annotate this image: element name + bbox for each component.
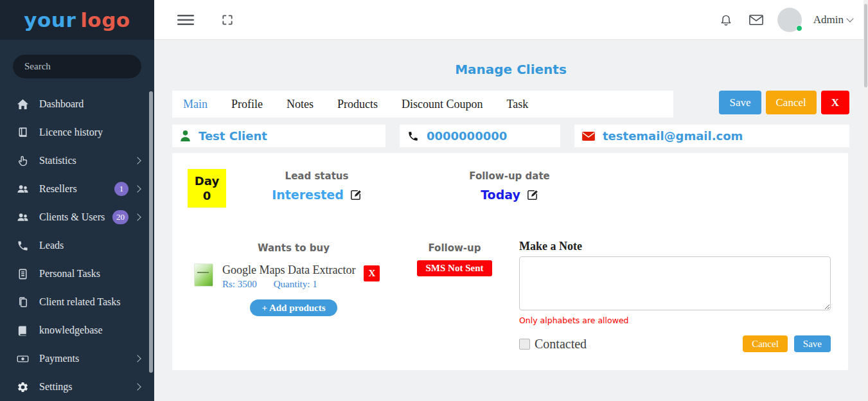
app-root: your logo Dashboard Licence history: [0, 0, 868, 401]
phone-icon: [15, 238, 30, 253]
logo-your: your: [24, 8, 76, 31]
product-row: Google Maps Data Extractor Rs: 3500 Quan…: [188, 263, 400, 290]
tab-task[interactable]: Task: [507, 98, 529, 111]
client-email: testemail@gmail.com: [603, 129, 743, 143]
wants-to-buy-section: Wants to buy Google Maps Data Extractor …: [188, 242, 400, 316]
chevron-down-icon: [846, 15, 853, 22]
product-name: Google Maps Data Extractor: [222, 263, 355, 277]
sidebar-item-statistics[interactable]: Statistics: [0, 147, 154, 175]
product-quantity: Quantity: 1: [274, 279, 317, 290]
lead-status-label: Lead status: [230, 170, 403, 182]
sidebar-item-label: Clients & Users: [39, 211, 105, 223]
users-icon: [15, 182, 30, 196]
person-icon: [180, 130, 191, 142]
make-a-note-section: Make a Note Only alphabets are allowed C…: [519, 240, 831, 352]
client-phone-box: 0000000000: [400, 125, 560, 147]
hand-pointer-icon: [15, 154, 30, 168]
wants-to-buy-label: Wants to buy: [188, 242, 400, 254]
contacted-checkbox-group: Contacted: [519, 337, 587, 352]
email-envelope-icon: [582, 132, 595, 141]
note-title: Make a Note: [519, 240, 831, 253]
online-status-dot: [796, 25, 802, 31]
note-save-button[interactable]: Save: [794, 335, 831, 352]
sidebar-item-payments[interactable]: Payments: [0, 344, 154, 373]
sidebar-item-label: Settings: [39, 381, 73, 393]
notifications-bell-icon[interactable]: [717, 10, 735, 30]
tab-notes[interactable]: Notes: [287, 98, 314, 111]
top-actions: Save Cancel X: [719, 91, 849, 114]
chevron-right-icon: [134, 355, 141, 362]
book-icon: [15, 125, 30, 139]
chevron-right-icon: [134, 185, 141, 192]
document-icon: [15, 267, 30, 281]
sidebar-item-dashboard[interactable]: Dashboard: [0, 90, 154, 118]
sidebar-item-settings[interactable]: Settings: [0, 373, 154, 401]
edit-lead-status-icon[interactable]: [350, 189, 362, 201]
note-cancel-button[interactable]: Cancel: [743, 335, 788, 352]
sidebar-scrollbar[interactable]: [149, 91, 153, 373]
phone-icon: [407, 130, 419, 142]
page-scrollbar-thumb[interactable]: [864, 4, 867, 87]
note-validation-hint: Only alphabets are allowed: [519, 316, 831, 325]
admin-dropdown[interactable]: Admin: [813, 13, 853, 26]
sidebar-item-licence-history[interactable]: Licence history: [0, 118, 154, 147]
sidebar-item-leads[interactable]: Leads: [0, 231, 154, 260]
page-title: Manage Clients: [172, 62, 849, 77]
chevron-right-icon: [134, 383, 141, 390]
page-scrollbar[interactable]: [864, 0, 868, 401]
followup-label: Follow-up: [405, 242, 504, 254]
search-input[interactable]: [13, 55, 141, 78]
sidebar-search: [0, 40, 154, 85]
fullscreen-icon[interactable]: [218, 11, 236, 29]
sidebar-item-knowledgebase[interactable]: knowledgebase: [0, 316, 154, 344]
tab-profile[interactable]: Profile: [231, 98, 263, 111]
client-info-row: Test Client 0000000000 testemail@gmail.c…: [172, 125, 849, 147]
close-button[interactable]: X: [821, 91, 849, 114]
edit-followup-date-icon[interactable]: [526, 189, 538, 201]
toolbar-row: Main Profile Notes Products Discount Cou…: [172, 91, 849, 118]
chevron-right-icon: [134, 157, 141, 164]
sidebar-item-resellers[interactable]: Resellers 1: [0, 175, 154, 203]
avatar[interactable]: [777, 8, 802, 32]
sidebar-item-label: Dashboard: [39, 98, 84, 110]
remove-product-button[interactable]: X: [364, 265, 380, 281]
sidebar-item-label: Client related Tasks: [39, 296, 121, 308]
save-button[interactable]: Save: [719, 91, 761, 114]
money-icon: [15, 352, 30, 366]
copy-icon: [15, 295, 30, 309]
hamburger-menu-icon[interactable]: [175, 12, 197, 28]
add-products-button[interactable]: + Add products: [250, 299, 337, 316]
gear-icon: [15, 380, 30, 394]
sidebar-item-label: Personal Tasks: [39, 268, 100, 280]
sidebar-item-label: knowledgebase: [39, 325, 103, 336]
messages-envelope-icon[interactable]: [747, 12, 766, 28]
followup-date-value: Today: [481, 188, 520, 202]
client-name: Test Client: [199, 129, 267, 143]
contacted-checkbox[interactable]: [519, 339, 530, 350]
tab-products[interactable]: Products: [337, 98, 378, 111]
logo[interactable]: your logo: [0, 0, 154, 40]
note-textarea[interactable]: [519, 256, 831, 310]
day-counter-badge: Day 0: [188, 169, 226, 208]
sidebar-item-label: Licence history: [39, 127, 103, 138]
book-closed-icon: [15, 323, 30, 337]
sidebar-item-label: Resellers: [39, 183, 77, 195]
day-value: 0: [203, 188, 211, 203]
sms-status-badge[interactable]: SMS Not Sent: [417, 260, 492, 276]
sidebar-item-personal-tasks[interactable]: Personal Tasks: [0, 260, 154, 288]
sidebar-item-clients-users[interactable]: Clients & Users 20: [0, 203, 154, 231]
top-header: Admin: [154, 0, 868, 40]
tabs-bar: Main Profile Notes Products Discount Cou…: [172, 91, 673, 118]
clients-count-badge: 20: [112, 210, 128, 224]
product-price: Rs: 3500: [222, 279, 257, 290]
tab-discount-coupon[interactable]: Discount Coupon: [402, 98, 483, 111]
client-phone: 0000000000: [427, 129, 507, 143]
sidebar-nav: Dashboard Licence history Statistics: [0, 90, 154, 401]
resellers-count-badge: 1: [114, 182, 128, 196]
followup-date-label: Follow-up date: [423, 170, 596, 182]
sidebar-item-client-related-tasks[interactable]: Client related Tasks: [0, 288, 154, 316]
cancel-button[interactable]: Cancel: [766, 91, 817, 114]
followup-card: Day 0 Lead status Interested Follow-up d…: [172, 153, 848, 370]
tab-main[interactable]: Main: [183, 98, 208, 111]
sidebar-item-label: Statistics: [39, 155, 76, 166]
